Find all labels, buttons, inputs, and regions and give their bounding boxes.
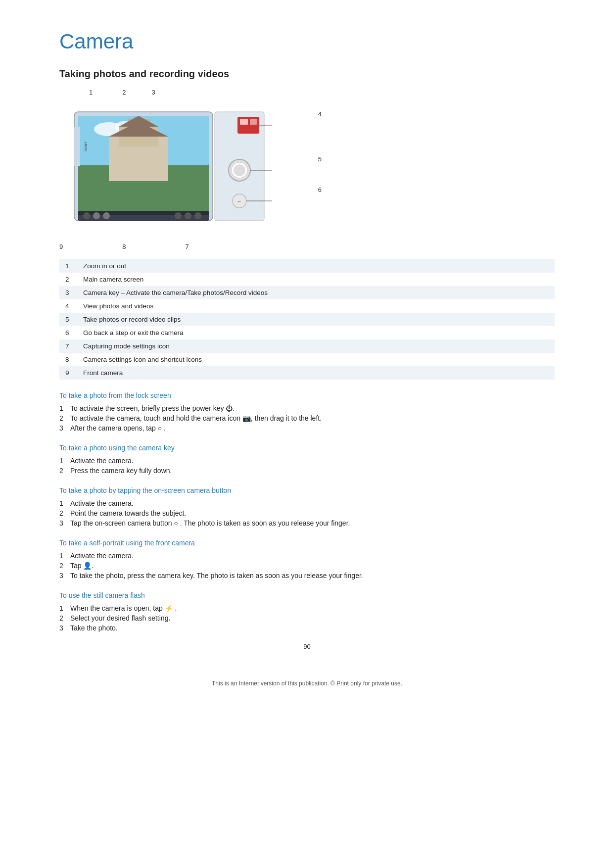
table-row: 4View photos and videos	[59, 299, 555, 313]
part-desc: Camera settings icon and shortcut icons	[77, 353, 555, 366]
step-text: Press the camera key fully down.	[70, 467, 555, 475]
list-item: 2Tap 👤.	[59, 561, 555, 571]
svg-text:←: ←	[237, 198, 242, 204]
callout-8: 8	[122, 243, 126, 250]
list-item: 3Tap the on-screen camera button ○ . The…	[59, 518, 555, 528]
part-desc: Zoom in or out	[77, 259, 555, 273]
list-item: 2Select your desired flash setting.	[59, 613, 555, 623]
callout-1: 1	[89, 89, 93, 96]
part-number: 1	[59, 259, 77, 273]
step-number: 2	[59, 414, 68, 422]
part-number: 2	[59, 273, 77, 286]
step-text: To activate the camera, touch and hold t…	[70, 414, 555, 422]
step-number: 2	[59, 562, 68, 570]
table-row: 9Front camera	[59, 366, 555, 380]
table-row: 2Main camera screen	[59, 273, 555, 286]
list-item: 2Press the camera key fully down.	[59, 466, 555, 476]
step-number: 1	[59, 457, 68, 465]
step-number: 1	[59, 499, 68, 507]
step-number: 2	[59, 467, 68, 475]
step-text: Tap the on-screen camera button ○ . The …	[70, 519, 555, 527]
step-text: Point the camera towards the subject.	[70, 509, 555, 517]
step-text: When the camera is open, tap ⚡ .	[70, 604, 555, 612]
svg-point-28	[103, 212, 110, 219]
page-number: 90	[59, 643, 555, 650]
step-text: Tap 👤.	[70, 562, 555, 570]
list-item: 2To activate the camera, touch and hold …	[59, 413, 555, 423]
section-list-5: 1When the camera is open, tap ⚡ .2Select…	[59, 603, 555, 633]
part-number: 3	[59, 286, 77, 299]
step-text: Select your desired flash setting.	[70, 614, 555, 622]
svg-text:SONY: SONY	[84, 142, 88, 151]
part-desc: Main camera screen	[77, 273, 555, 286]
section-heading-2: To take a photo using the camera key	[59, 444, 555, 452]
part-desc: Take photos or record video clips	[77, 313, 555, 326]
table-row: 8Camera settings icon and shortcut icons	[59, 353, 555, 366]
svg-point-27	[93, 212, 100, 219]
list-item: 2Point the camera towards the subject.	[59, 508, 555, 518]
svg-point-31	[194, 212, 201, 219]
step-number: 1	[59, 552, 68, 560]
section-heading-3: To take a photo by tapping the on-screen…	[59, 486, 555, 494]
svg-rect-15	[240, 119, 248, 125]
section-heading-4: To take a self-portrait using the front …	[59, 539, 555, 547]
list-item: 1When the camera is open, tap ⚡ .	[59, 603, 555, 613]
table-row: 5Take photos or record video clips	[59, 313, 555, 326]
list-item: 1To activate the screen, briefly press t…	[59, 403, 555, 413]
camera-diagram: 1 2 3 SONY	[59, 89, 555, 250]
part-number: 4	[59, 299, 77, 313]
callout-5-label: 5	[318, 155, 322, 163]
step-text: Activate the camera.	[70, 457, 555, 465]
section-list-3: 1Activate the camera.2Point the camera t…	[59, 498, 555, 528]
part-number: 9	[59, 366, 77, 380]
callout-6-label: 6	[318, 186, 322, 193]
section-list-4: 1Activate the camera.2Tap 👤.3To take the…	[59, 551, 555, 580]
part-number: 6	[59, 326, 77, 339]
part-desc: View photos and videos	[77, 299, 555, 313]
svg-point-29	[175, 212, 182, 219]
table-row: 7Capturing mode settings icon	[59, 339, 555, 353]
table-row: 6Go back a step or exit the camera	[59, 326, 555, 339]
step-number: 1	[59, 604, 68, 612]
step-number: 3	[59, 572, 68, 579]
svg-rect-16	[250, 119, 257, 125]
step-number: 3	[59, 519, 68, 527]
bottom-callouts: 9 8 7	[59, 243, 297, 250]
step-number: 3	[59, 624, 68, 632]
part-number: 5	[59, 313, 77, 326]
step-text: Activate the camera.	[70, 499, 555, 507]
callout-9: 9	[59, 243, 63, 250]
step-text: Take the photo.	[70, 624, 555, 632]
section-title: Taking photos and recording videos	[59, 68, 555, 80]
callout-7: 7	[185, 243, 189, 250]
part-number: 7	[59, 339, 77, 353]
parts-table: 1Zoom in or out2Main camera screen3Camer…	[59, 259, 555, 380]
svg-point-26	[83, 212, 90, 219]
step-number: 3	[59, 424, 68, 432]
part-desc: Go back a step or exit the camera	[77, 326, 555, 339]
step-text: To take the photo, press the camera key.…	[70, 572, 555, 579]
section-heading-1: To take a photo from the lock screen	[59, 391, 555, 399]
step-number: 2	[59, 614, 68, 622]
svg-point-30	[185, 212, 191, 219]
table-row: 3Camera key – Activate the camera/Take p…	[59, 286, 555, 299]
list-item: 1Activate the camera.	[59, 456, 555, 466]
section-list-1: 1To activate the screen, briefly press t…	[59, 403, 555, 433]
list-item: 3After the camera opens, tap ○ .	[59, 423, 555, 433]
camera-illustration: SONY ←	[59, 97, 297, 250]
part-desc: Camera key – Activate the camera/Take ph…	[77, 286, 555, 299]
page-title: Camera	[59, 30, 555, 53]
step-number: 2	[59, 509, 68, 517]
list-item: 1Activate the camera.	[59, 498, 555, 508]
part-desc: Front camera	[77, 366, 555, 380]
list-item: 3To take the photo, press the camera key…	[59, 571, 555, 580]
table-row: 1Zoom in or out	[59, 259, 555, 273]
list-item: 1Activate the camera.	[59, 551, 555, 561]
step-text: Activate the camera.	[70, 552, 555, 560]
part-desc: Capturing mode settings icon	[77, 339, 555, 353]
svg-rect-11	[74, 127, 80, 166]
callout-3: 3	[151, 89, 155, 96]
footer-text: This is an Internet version of this publ…	[59, 680, 555, 687]
step-text: After the camera opens, tap ○ .	[70, 424, 555, 432]
step-number: 1	[59, 404, 68, 412]
